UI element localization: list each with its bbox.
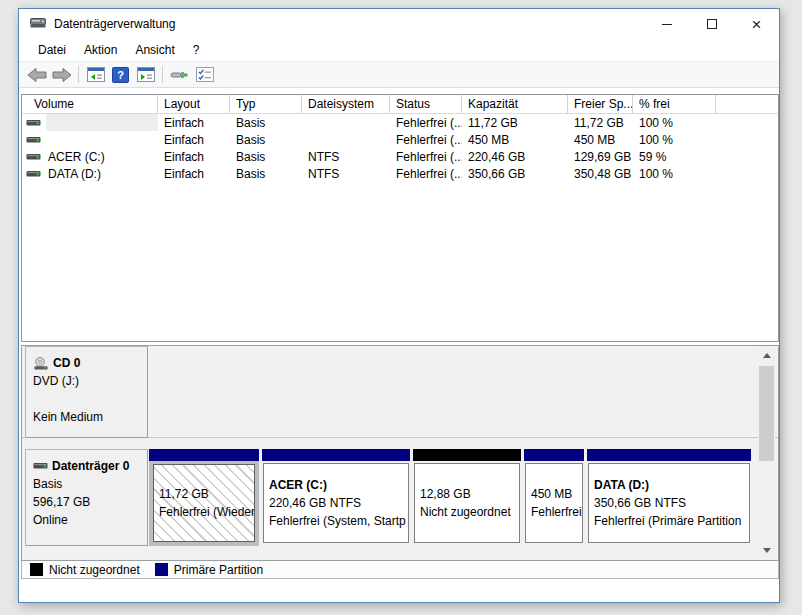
column-header-layout[interactable]: Layout <box>158 95 230 113</box>
volume-row-data-d[interactable]: DATA (D:) Einfach Basis NTFS Fehlerfrei … <box>22 165 778 182</box>
column-header-freier-sp[interactable]: Freier Sp... <box>568 95 633 113</box>
partition-status: Fehlerfrei (Wiederh <box>159 505 249 520</box>
cell-pct-frei: 100 % <box>633 167 716 181</box>
volume-cell: DATA (D:) <box>22 165 158 182</box>
volume-name: DATA (D:) <box>46 165 158 182</box>
title-bar[interactable]: Datenträgerverwaltung × <box>19 9 779 39</box>
cell-freier-sp: 129,69 GB <box>568 150 633 164</box>
partition-size: 350,66 GB NTFS <box>594 496 744 511</box>
column-header-volume[interactable]: Volume <box>22 95 158 113</box>
scroll-down-button[interactable] <box>758 542 775 559</box>
disk0-label[interactable]: Datenträger 0 Basis 596,17 GB Online <box>25 449 148 546</box>
volume-row-efi[interactable]: Einfach Basis Fehlerfrei (... 450 MB 450… <box>22 131 778 148</box>
legend-label: Primäre Partition <box>174 563 263 577</box>
scroll-up-button[interactable] <box>758 347 775 364</box>
menu-aktion[interactable]: Aktion <box>75 40 126 60</box>
maximize-icon <box>707 19 717 29</box>
cell-freier-sp: 450 MB <box>568 133 633 147</box>
cell-status: Fehlerfrei (... <box>390 167 462 181</box>
partition-box: 450 MB Fehlerfrei ( <box>525 463 583 543</box>
action-pane-button[interactable] <box>133 63 158 86</box>
cell-typ: Basis <box>230 116 302 130</box>
partition-color-bar <box>413 449 521 461</box>
cd-drive-label[interactable]: CD 0 DVD (J:) Kein Medium <box>25 346 148 438</box>
app-icon[interactable] <box>30 15 46 33</box>
partition-status: Fehlerfrei ( <box>531 505 577 520</box>
volume-name: ACER (C:) <box>46 148 158 165</box>
cell-kapazitaet: 350,66 GB <box>462 167 568 181</box>
menu-help[interactable]: ? <box>184 40 209 60</box>
column-header-kapazitaet[interactable]: Kapazität <box>462 95 568 113</box>
close-button[interactable]: × <box>734 9 779 39</box>
help-button[interactable]: ? <box>108 63 133 86</box>
toolbar-separator <box>78 66 79 83</box>
checklist-icon <box>196 67 214 82</box>
partition-color-bar <box>262 449 410 461</box>
partition-size: 12,88 GB <box>420 487 514 502</box>
partition-unallocated[interactable]: 12,88 GB Nicht zugeordnet <box>413 449 521 546</box>
action-pane-icon <box>137 67 155 82</box>
cell-dateisystem: NTFS <box>302 150 390 164</box>
disk-volume-icon <box>26 136 41 144</box>
checklist-button[interactable] <box>192 63 217 86</box>
tools-icon <box>170 68 190 82</box>
volume-cell <box>22 131 158 148</box>
status-bar <box>21 579 779 601</box>
cell-kapazitaet: 220,46 GB <box>462 150 568 164</box>
forward-button[interactable] <box>49 63 74 86</box>
cell-status: Fehlerfrei (... <box>390 150 462 164</box>
forward-arrow-icon <box>52 67 72 83</box>
toolbar-separator <box>162 66 163 83</box>
minimize-icon <box>662 24 672 25</box>
back-arrow-icon <box>27 67 47 83</box>
disk-volume-icon <box>26 170 41 178</box>
partition-data-d[interactable]: DATA (D:) 350,66 GB NTFS Fehlerfrei (Pri… <box>587 449 751 546</box>
column-header-pct-frei[interactable]: % frei <box>633 95 716 113</box>
cd-drive-letter: DVD (J:) <box>33 372 147 390</box>
cell-layout: Einfach <box>158 133 230 147</box>
volume-row-recovery[interactable]: Einfach Basis Fehlerfrei (... 11,72 GB 1… <box>22 114 778 131</box>
column-header-typ[interactable]: Typ <box>230 95 302 113</box>
disk0-type: Basis <box>33 475 147 493</box>
legend-item-primary-partition: Primäre Partition <box>155 563 263 577</box>
chevron-down-icon <box>763 548 771 553</box>
chevron-up-icon <box>763 353 771 358</box>
column-header-status[interactable]: Status <box>390 95 462 113</box>
column-header-empty[interactable] <box>716 95 778 113</box>
back-button[interactable] <box>24 63 49 86</box>
partition-450mb[interactable]: 450 MB Fehlerfrei ( <box>524 449 584 546</box>
partition-color-bar <box>587 449 751 461</box>
partition-recovery[interactable]: 11,72 GB Fehlerfrei (Wiederh <box>149 449 259 546</box>
volume-cell <box>22 114 158 131</box>
disk-management-window: Datenträgerverwaltung × Datei Aktion Ans… <box>18 8 780 603</box>
cell-pct-frei: 100 % <box>633 133 716 147</box>
volume-name <box>46 114 158 131</box>
tools-button[interactable] <box>167 63 192 86</box>
cell-layout: Einfach <box>158 167 230 181</box>
scrollbar-thumb[interactable] <box>759 366 774 461</box>
disk0-row: Datenträger 0 Basis 596,17 GB Online 11,… <box>22 449 778 546</box>
partition-size: 11,72 GB <box>159 487 249 502</box>
vertical-scrollbar[interactable] <box>758 346 775 560</box>
column-header-dateisystem[interactable]: Dateisystem <box>302 95 390 113</box>
partition-box: DATA (D:) 350,66 GB NTFS Fehlerfrei (Pri… <box>588 463 750 543</box>
volume-row-acer-c[interactable]: ACER (C:) Einfach Basis NTFS Fehlerfrei … <box>22 148 778 165</box>
partition-color-bar <box>524 449 584 461</box>
disk0-name: Datenträger 0 <box>52 457 129 475</box>
partition-title: DATA (D:) <box>594 478 744 493</box>
cell-status: Fehlerfrei (... <box>390 133 462 147</box>
partition-size: 450 MB <box>531 487 577 502</box>
volume-list-panel: Volume Layout Typ Dateisystem Status Kap… <box>21 94 779 342</box>
cell-typ: Basis <box>230 150 302 164</box>
graphical-view-panel: CD 0 DVD (J:) Kein Medium <box>21 345 779 561</box>
disk-volume-icon <box>26 119 41 127</box>
console-tree-button[interactable] <box>83 63 108 86</box>
partition-acer-c[interactable]: ACER (C:) 220,46 GB NTFS Fehlerfrei (Sys… <box>262 449 410 546</box>
menu-ansicht[interactable]: Ansicht <box>126 40 183 60</box>
cell-freier-sp: 11,72 GB <box>568 116 633 130</box>
close-icon: × <box>752 16 762 33</box>
menu-datei[interactable]: Datei <box>29 40 75 60</box>
cell-status: Fehlerfrei (... <box>390 116 462 130</box>
maximize-button[interactable] <box>689 9 734 39</box>
minimize-button[interactable] <box>644 9 689 39</box>
